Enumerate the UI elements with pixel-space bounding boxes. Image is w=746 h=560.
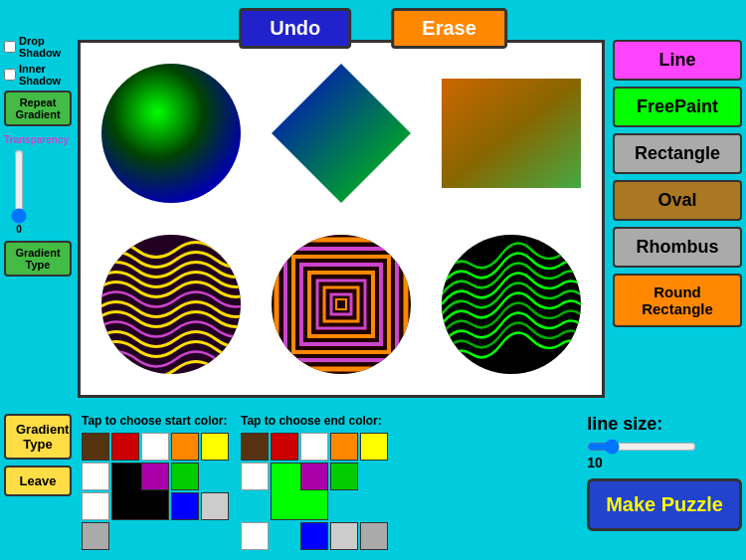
transparency-slider-container: 0: [4, 149, 34, 229]
start-color-red[interactable]: [111, 433, 139, 461]
gradient-type-button-left[interactable]: Gradient Type: [4, 241, 72, 277]
shape-cell-3: [432, 53, 592, 214]
line-button[interactable]: Line: [613, 40, 742, 81]
start-color-brown[interactable]: [82, 433, 109, 461]
start-color-white2[interactable]: [82, 463, 109, 490]
end-color-brown[interactable]: [241, 433, 269, 461]
end-color-red[interactable]: [271, 433, 298, 461]
round-rectangle-button[interactable]: Round Rectangle: [613, 274, 742, 327]
drop-shadow-checkbox[interactable]: [4, 41, 16, 53]
end-color-gray[interactable]: [360, 522, 388, 550]
transparency-value: 0: [16, 224, 22, 235]
drop-shadow-row: Drop Shadow: [4, 35, 76, 59]
shape-grid: [81, 43, 602, 395]
right-panel: Line FreePaint Rectangle Oval Rhombus Ro…: [613, 40, 742, 327]
leave-button[interactable]: Leave: [4, 466, 72, 496]
end-color-lightgray[interactable]: [330, 522, 358, 550]
svg-rect-2: [442, 79, 581, 188]
bottom-area: Gradient Type Leave Tap to choose start …: [4, 414, 742, 550]
rectangle-button[interactable]: Rectangle: [613, 133, 742, 174]
line-size-label: line size:: [587, 414, 662, 435]
start-color-label: Tap to choose start color:: [82, 414, 229, 428]
end-color-label: Tap to choose end color:: [241, 414, 388, 428]
start-color-orange[interactable]: [171, 433, 199, 461]
shape-cell-1: [91, 53, 251, 214]
oval-button[interactable]: Oval: [613, 180, 742, 221]
inner-shadow-checkbox[interactable]: [4, 69, 16, 81]
drop-shadow-label: Drop Shadow: [19, 35, 76, 59]
repeat-gradient-button[interactable]: Repeat Gradient: [4, 91, 72, 126]
gradient-type-bottom-button[interactable]: Gradient Type: [4, 414, 72, 460]
shape-cell-2: [261, 53, 421, 214]
inner-shadow-label: Inner Shadow: [19, 63, 76, 87]
line-size-slider[interactable]: [587, 439, 696, 455]
start-color-white3[interactable]: [82, 492, 109, 520]
line-size-value: 10: [587, 455, 603, 470]
color-pickers: Tap to choose start color:: [82, 414, 577, 550]
start-color-green[interactable]: [171, 463, 199, 490]
start-color-grid: [82, 433, 229, 550]
end-color-section: Tap to choose end color:: [241, 414, 388, 550]
end-color-purple[interactable]: [300, 463, 328, 490]
svg-point-0: [101, 64, 241, 203]
transparency-label: Transparency: [4, 134, 69, 145]
svg-marker-1: [272, 64, 411, 203]
end-color-grid: [241, 433, 388, 550]
freepaint-button[interactable]: FreePaint: [613, 87, 742, 127]
start-color-lightgray[interactable]: [201, 492, 229, 520]
end-color-white3[interactable]: [241, 522, 269, 550]
end-color-yellow[interactable]: [360, 433, 388, 461]
left-panel: Drop Shadow Inner Shadow Repeat Gradient…: [4, 35, 76, 277]
inner-shadow-row: Inner Shadow: [4, 63, 76, 87]
start-color-purple[interactable]: [141, 463, 169, 490]
bottom-left-panel: Gradient Type Leave: [4, 414, 72, 496]
shape-cell-5: [261, 224, 421, 385]
canvas-area[interactable]: [78, 40, 605, 398]
end-color-white[interactable]: [300, 433, 328, 461]
transparency-slider[interactable]: [9, 149, 29, 224]
make-puzzle-button[interactable]: Make Puzzle: [587, 478, 742, 531]
start-color-section: Tap to choose start color:: [82, 414, 229, 550]
erase-button[interactable]: Erase: [391, 8, 507, 49]
start-color-yellow[interactable]: [201, 433, 229, 461]
end-color-green[interactable]: [330, 463, 358, 490]
start-color-blue[interactable]: [171, 492, 199, 520]
shape-cell-4: [91, 224, 251, 385]
end-color-white2[interactable]: [241, 463, 269, 490]
end-color-blue[interactable]: [300, 522, 328, 550]
undo-button[interactable]: Undo: [239, 8, 351, 49]
start-color-white[interactable]: [141, 433, 169, 461]
rhombus-button[interactable]: Rhombus: [613, 227, 742, 268]
top-toolbar: Undo Erase: [239, 8, 507, 49]
line-size-area: line size: 10 Make Puzzle: [587, 414, 742, 531]
shape-cell-6: [432, 224, 592, 385]
start-color-gray[interactable]: [82, 522, 109, 550]
end-color-orange[interactable]: [330, 433, 358, 461]
